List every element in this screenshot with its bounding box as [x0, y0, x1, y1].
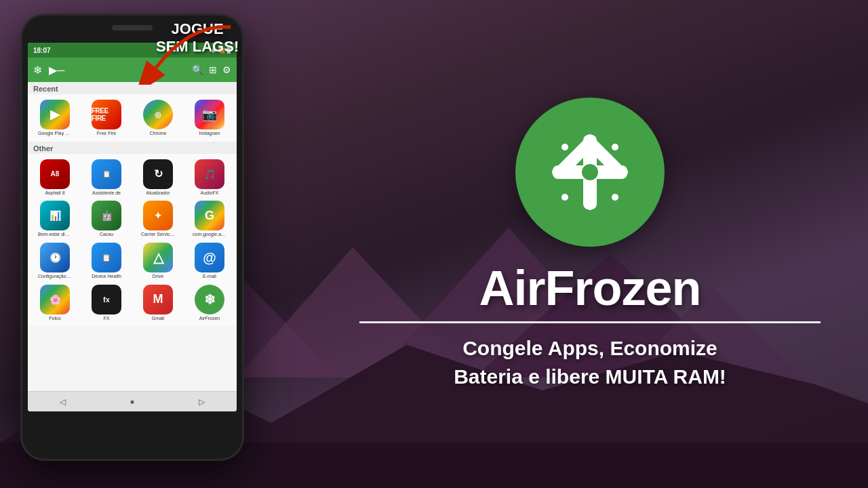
- app-item-bemestar[interactable]: 📊 Bem-estar digital: [29, 198, 81, 240]
- svg-point-18: [612, 194, 618, 201]
- app-item-email[interactable]: @ E-mail: [184, 240, 235, 282]
- app-list: Recent ▶ Google Play Store FREE FIRE Fre…: [28, 82, 237, 326]
- app-item-fx[interactable]: fx FX: [81, 282, 132, 324]
- phone-bottom-nav: ◁ ■ ▷: [28, 391, 237, 411]
- app-item-playstore[interactable]: ▶ Google Play Store: [29, 97, 81, 139]
- svg-point-19: [612, 144, 618, 150]
- app-label-google: com.google.andro: [193, 232, 226, 237]
- status-time: 18:07: [33, 47, 51, 54]
- section-other: Other: [28, 142, 237, 154]
- app-logo: [515, 98, 665, 247]
- app-item-instagram[interactable]: 📷 Instagram: [184, 97, 235, 139]
- app-icon-chrome: ◎: [143, 100, 173, 129]
- app-item-drive[interactable]: △ Drive: [132, 240, 184, 282]
- svg-point-17: [561, 144, 568, 150]
- tagline: Congele Apps, Economize Bateria e libere…: [454, 334, 726, 391]
- app-label-airfrozen: AirFrozen: [199, 316, 220, 321]
- app-label-device: Device Health: [92, 274, 121, 279]
- svg-point-12: [582, 164, 598, 180]
- app-icon-freefire: FREE FIRE: [92, 100, 121, 129]
- app-label-gmail: Gmail: [152, 316, 164, 321]
- app-icon-playstore: ▶: [40, 100, 70, 129]
- app-item-cacau[interactable]: 🤖 Cacau: [81, 198, 132, 240]
- recent-nav-btn[interactable]: ▷: [199, 397, 205, 407]
- app-label-fotos: Fotos: [49, 316, 61, 321]
- snowflake-svg: [542, 125, 637, 220]
- app-icon-drive: △: [143, 243, 173, 272]
- app-icon-bemestar: 📊: [40, 201, 70, 230]
- app-label-freefire: Free Fire: [97, 131, 116, 136]
- app-label-carrier: Carrier Services: [141, 232, 175, 237]
- content-divider: [359, 321, 821, 323]
- back-nav-btn[interactable]: ◁: [60, 397, 66, 407]
- svg-point-20: [561, 194, 568, 201]
- app-label-config: Configuração do: [38, 274, 72, 279]
- app-icon-cacau: 🤖: [92, 201, 121, 230]
- app-label-email: E-mail: [203, 274, 216, 279]
- app-label-chrome: Chrome: [150, 131, 167, 136]
- app-label-asphalt: Asphalt 8: [45, 190, 64, 196]
- app-item-atualizador[interactable]: ↻ Atualizador: [132, 157, 184, 199]
- app-icon-airfrozen: ❄: [195, 285, 224, 314]
- app-item-freefire[interactable]: FREE FIRE Free Fire: [81, 97, 132, 139]
- app-label-bemestar: Bem-estar digital: [38, 232, 72, 237]
- app-icon-google: G: [195, 201, 224, 230]
- app-label-audiofx: AudioFX: [201, 190, 219, 196]
- app-item-assistente[interactable]: 📋 Assistente de: [81, 157, 132, 199]
- app-item-device[interactable]: 📋 Device Health: [81, 240, 132, 282]
- app-item-google[interactable]: G com.google.andro: [184, 198, 235, 240]
- svg-point-16: [620, 168, 628, 176]
- annotation-arrow: [136, 17, 237, 85]
- home-nav-btn[interactable]: ■: [130, 399, 134, 405]
- snowflake-toolbar-icon[interactable]: ❄: [33, 64, 42, 77]
- app-icon-atualizador: ↻: [143, 159, 173, 189]
- app-label-playstore: Google Play Store: [38, 131, 72, 136]
- app-label-drive: Drive: [153, 274, 163, 279]
- app-icon-config: 🕐: [40, 243, 70, 272]
- app-item-fotos[interactable]: 🌸 Fotos: [29, 282, 81, 324]
- app-label-instagram: Instagram: [199, 131, 220, 136]
- app-item-gmail[interactable]: M Gmail: [132, 282, 184, 324]
- app-label-cacau: Cacau: [100, 232, 113, 237]
- app-label-atualizador: Atualizador: [146, 190, 170, 196]
- app-icon-instagram: 📷: [195, 100, 224, 129]
- app-label-assistente: Assistente de: [92, 190, 121, 196]
- app-item-chrome[interactable]: ◎ Chrome: [132, 97, 184, 139]
- app-item-carrier[interactable]: ✦ Carrier Services: [132, 198, 184, 240]
- app-icon-device: 📋: [92, 243, 121, 272]
- app-icon-fotos: 🌸: [40, 285, 70, 314]
- svg-point-15: [552, 168, 560, 176]
- app-icon-carrier: ✦: [143, 201, 173, 230]
- app-icon-assistente: 📋: [92, 159, 121, 189]
- phone-home-area: [105, 418, 159, 452]
- app-icon-fx: fx: [92, 285, 121, 314]
- right-panel: AirFrozen Congele Apps, Economize Bateri…: [312, 0, 868, 488]
- tagline-line2: Bateria e libere MUITA RAM!: [454, 365, 726, 388]
- tagline-line1: Congele Apps, Economize: [462, 337, 717, 359]
- play-toolbar-icon[interactable]: ▶─: [49, 64, 64, 77]
- phone-screen: 18:07 ▶ 📶 ▊ ❄ ▶─ 🔍 ⊞ ⚙: [28, 43, 237, 411]
- app-icon-email: @: [195, 243, 224, 272]
- app-item-audiofx[interactable]: 🎵 AudioFX: [184, 157, 235, 199]
- app-item-config[interactable]: 🕐 Configuração do: [29, 240, 81, 282]
- app-icon-gmail: M: [143, 285, 173, 314]
- svg-point-13: [586, 134, 594, 142]
- svg-point-14: [586, 202, 594, 210]
- app-icon-audiofx: 🎵: [195, 159, 224, 189]
- app-name-title: AirFrozen: [479, 260, 701, 316]
- app-icon-asphalt: A8: [40, 159, 70, 189]
- app-label-fx: FX: [104, 316, 110, 321]
- app-item-airfrozen[interactable]: ❄ AirFrozen: [184, 282, 235, 324]
- app-item-asphalt[interactable]: A8 Asphalt 8: [29, 157, 81, 199]
- other-app-grid: A8 Asphalt 8 📋 Assistente de ↻ Atualizad…: [28, 154, 237, 327]
- recent-app-grid: ▶ Google Play Store FREE FIRE Free Fire …: [28, 94, 237, 142]
